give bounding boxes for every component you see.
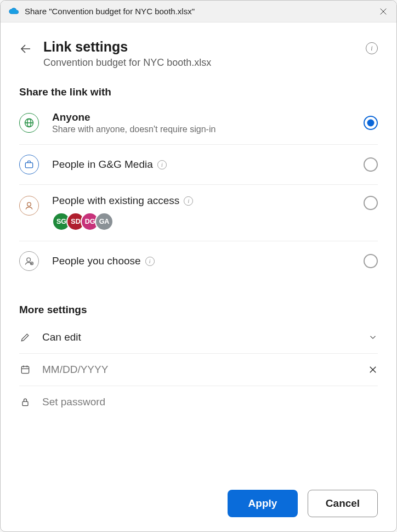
pencil-icon — [19, 332, 31, 343]
titlebar: Share "Convention budget for NYC booth.x… — [1, 1, 396, 22]
page-subtitle: Convention budget for NYC booth.xlsx — [43, 57, 355, 69]
share-option-org[interactable]: People in G&G Media i — [19, 145, 378, 185]
permission-value: Can edit — [42, 331, 368, 343]
svg-rect-18 — [22, 401, 28, 406]
titlebar-text: Share "Convention budget for NYC booth.x… — [25, 7, 376, 16]
info-button[interactable]: i — [366, 42, 378, 54]
option-desc: Share with anyone, doesn't require sign-… — [52, 124, 364, 134]
expiration-row — [19, 354, 378, 386]
share-option-existing[interactable]: People with existing access i SGSDDGGA — [19, 185, 378, 241]
globe-icon — [19, 113, 39, 133]
share-section-title: Share the link with — [19, 86, 378, 98]
option-title: People you choose i — [52, 255, 364, 267]
person-icon — [19, 196, 39, 216]
radio-org[interactable] — [364, 157, 378, 172]
back-button[interactable] — [19, 42, 32, 55]
password-input[interactable] — [42, 396, 378, 408]
page-title: Link settings — [43, 39, 355, 55]
share-options: Anyone Share with anyone, doesn't requir… — [19, 104, 378, 281]
close-icon — [379, 7, 388, 16]
info-icon[interactable]: i — [157, 160, 167, 169]
person-plus-icon — [19, 251, 39, 271]
info-icon[interactable]: i — [145, 257, 155, 266]
permission-dropdown[interactable]: Can edit — [19, 321, 378, 354]
clear-date-button[interactable] — [368, 365, 378, 375]
radio-existing[interactable] — [364, 196, 378, 210]
svg-rect-6 — [25, 163, 32, 168]
option-title: People with existing access i — [52, 195, 364, 207]
radio-anyone[interactable] — [364, 116, 378, 130]
page-header: Link settings Convention budget for NYC … — [19, 39, 378, 69]
share-option-anyone[interactable]: Anyone Share with anyone, doesn't requir… — [19, 104, 378, 145]
cancel-button[interactable]: Cancel — [308, 490, 378, 517]
share-dialog: Share "Convention budget for NYC booth.x… — [0, 0, 397, 532]
calendar-icon — [19, 364, 31, 375]
existing-access-avatars: SGSDDGGA — [52, 212, 364, 231]
radio-choose[interactable] — [364, 254, 378, 268]
arrow-left-icon — [19, 42, 32, 55]
close-icon — [368, 365, 378, 375]
svg-point-8 — [27, 258, 31, 262]
option-title: Anyone — [52, 111, 364, 123]
info-icon[interactable]: i — [184, 196, 193, 206]
more-settings-title: More settings — [19, 304, 378, 316]
expiration-input[interactable] — [42, 364, 368, 376]
apply-button[interactable]: Apply — [228, 490, 298, 517]
password-row — [19, 386, 378, 418]
chevron-down-icon — [368, 332, 378, 342]
svg-point-7 — [27, 202, 31, 206]
avatar: GA — [95, 212, 114, 231]
svg-rect-12 — [21, 366, 29, 373]
onedrive-icon — [8, 6, 19, 17]
briefcase-icon — [19, 155, 39, 174]
dialog-footer: Apply Cancel — [19, 476, 378, 517]
close-button[interactable] — [376, 4, 391, 19]
share-option-choose[interactable]: People you choose i — [19, 241, 378, 281]
lock-icon — [19, 397, 31, 408]
option-title: People in G&G Media i — [52, 159, 364, 171]
